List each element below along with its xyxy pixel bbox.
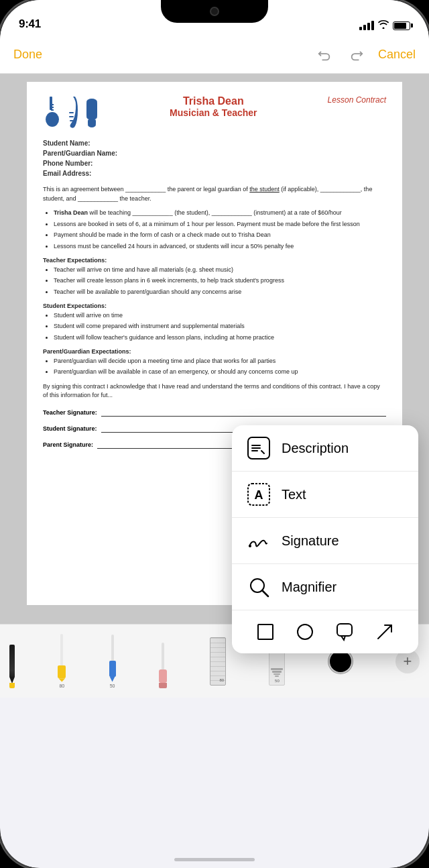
- nav-bar: Done Cancel: [0, 36, 429, 74]
- status-time: 9:41: [19, 17, 41, 31]
- svg-line-18: [262, 590, 268, 596]
- pen-blue-tool[interactable]: 50: [109, 635, 116, 688]
- form-fields: Student Name: Parent/Guardian Name: Phon…: [43, 140, 386, 177]
- svg-rect-19: [258, 625, 273, 639]
- doc-title: Trisha Dean Musician & Teacher: [99, 95, 328, 118]
- teacher-sig-label: Teacher Signature:: [43, 409, 97, 416]
- svg-rect-21: [337, 624, 352, 636]
- svg-rect-7: [70, 120, 74, 121]
- signature-label: Signature: [282, 533, 339, 549]
- teacher-bullets: Teacher will arrive on time and have all…: [43, 266, 386, 297]
- doc-person-subtitle: Musician & Teacher: [99, 107, 328, 118]
- nav-actions: Cancel: [314, 44, 416, 66]
- description-label: Description: [282, 441, 349, 456]
- svg-point-10: [86, 113, 97, 120]
- parent-expectations-title: Parent/Guardian Expectations:: [43, 347, 386, 357]
- doc-person-name: Trisha Dean: [99, 95, 328, 107]
- parent-bullets: Parent/guardian will decide upon a meeti…: [43, 357, 386, 377]
- doc-body: This is an agreement between ___________…: [43, 185, 386, 400]
- closing-text: By signing this contract I acknowledge t…: [43, 382, 386, 400]
- field-email: Email Address:: [43, 170, 386, 177]
- home-indicator: [174, 858, 255, 861]
- doc-header: Trisha Dean Musician & Teacher Lesson Co…: [43, 95, 386, 129]
- student-bullets: Student will arrive on time Student will…: [43, 311, 386, 343]
- svg-point-20: [298, 625, 312, 639]
- shape-rectangle[interactable]: [253, 620, 278, 644]
- student-expectations-title: Student Expectations:: [43, 302, 386, 311]
- svg-rect-5: [69, 112, 74, 113]
- text-icon: A: [245, 481, 272, 508]
- highlighter-yellow-tool[interactable]: 80: [58, 635, 66, 688]
- main-bullets: Trisha Dean will be teaching ___________…: [43, 209, 386, 251]
- text-label: Text: [282, 487, 306, 502]
- cancel-button[interactable]: Cancel: [378, 48, 416, 62]
- signal-bars-icon: [359, 21, 374, 30]
- description-icon: [245, 435, 272, 462]
- shape-circle[interactable]: [293, 620, 317, 644]
- student-sig-label: Student Signature:: [43, 425, 97, 432]
- phone-frame: 9:41 Done: [0, 0, 429, 868]
- svg-text:A: A: [255, 488, 263, 502]
- eraser-tool[interactable]: [159, 635, 167, 688]
- signature-icon: [245, 527, 272, 554]
- shapes-row: [232, 610, 418, 653]
- menu-item-description[interactable]: Description: [232, 425, 418, 472]
- magnifier-label: Magnifier: [282, 580, 336, 595]
- battery-icon: [393, 21, 410, 30]
- teacher-sig-field[interactable]: [101, 409, 386, 417]
- status-icons: [359, 20, 410, 31]
- popup-menu: Description A Text Sign: [232, 425, 418, 653]
- wifi-icon: [378, 20, 389, 31]
- menu-item-text[interactable]: A Text: [232, 472, 418, 518]
- parent-sig-label: Parent Signature:: [43, 441, 93, 448]
- doc-type: Lesson Contract: [328, 95, 386, 105]
- svg-rect-2: [51, 104, 54, 105]
- menu-item-signature[interactable]: Signature: [232, 518, 418, 564]
- agreement-text: This is an agreement between ___________…: [43, 185, 386, 203]
- redo-button[interactable]: [346, 44, 367, 66]
- field-phone: Phone Number:: [43, 160, 386, 167]
- svg-rect-3: [51, 107, 54, 108]
- shape-arrow[interactable]: [373, 620, 397, 644]
- shape-bubble[interactable]: [333, 620, 357, 644]
- teacher-expectations-title: Teacher Expectations:: [43, 256, 386, 266]
- phone-screen: 9:41 Done: [0, 0, 429, 868]
- pencil-tool-item[interactable]: [9, 635, 15, 688]
- svg-rect-4: [51, 109, 54, 111]
- svg-line-22: [378, 625, 391, 639]
- svg-point-1: [46, 112, 59, 127]
- magnifier-icon: [245, 574, 272, 600]
- svg-point-16: [249, 545, 251, 547]
- svg-rect-6: [69, 116, 74, 117]
- undo-button[interactable]: [314, 44, 335, 66]
- notch: [161, 0, 268, 23]
- camera-dot: [210, 7, 219, 16]
- teacher-sig-line: Teacher Signature:: [43, 409, 386, 417]
- menu-item-magnifier[interactable]: Magnifier: [232, 564, 418, 610]
- svg-rect-12: [88, 119, 96, 125]
- field-guardian: Parent/Guardian Name:: [43, 150, 386, 157]
- done-button[interactable]: Done: [13, 48, 42, 62]
- doc-logo: [43, 95, 99, 129]
- ruler-tool[interactable]: 80: [210, 637, 226, 686]
- field-student: Student Name:: [43, 140, 386, 147]
